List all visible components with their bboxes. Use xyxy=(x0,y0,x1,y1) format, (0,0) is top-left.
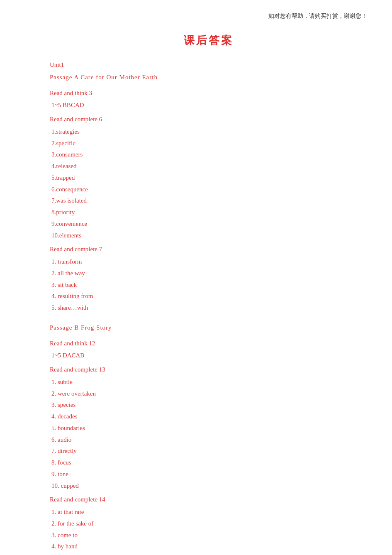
list-item: 3. come to xyxy=(50,530,367,541)
list-item: 8. focus xyxy=(50,457,367,469)
read-and-complete-13-label: Read and complete 13 xyxy=(50,364,367,376)
top-right-note: 如对您有帮助，请购买打赏，谢谢您！ xyxy=(268,12,367,20)
list-item: 9. tone xyxy=(50,469,367,480)
read-and-think-12-answers: 1~5 DACAB xyxy=(50,350,367,362)
list-item: 2. all the way xyxy=(50,268,367,279)
list-item: 3. species xyxy=(50,399,367,411)
list-item: 5. boundaries xyxy=(50,423,367,434)
list-item: 10.elements xyxy=(50,230,367,242)
list-item: 9.convenience xyxy=(50,218,367,230)
list-item: 4. decades xyxy=(50,411,367,423)
page: 如对您有帮助，请购买打赏，谢谢您！ 课后答案 Unit1 Passage A C… xyxy=(0,0,392,555)
list-item: 10. cupped xyxy=(50,480,367,492)
list-item: 1. subtle xyxy=(50,377,367,388)
list-item: 6. audio xyxy=(50,434,367,446)
list-item: 1.strategies xyxy=(50,126,367,138)
passageB-section: Passage B Frog Story xyxy=(50,322,367,334)
page-title: 课后答案 xyxy=(50,33,367,48)
unit1-text: Unit1 xyxy=(50,59,367,71)
read-and-think-3-section: Read and think 3 1~5 BBCAD xyxy=(50,88,367,112)
list-item: 6.consequence xyxy=(50,184,367,196)
read-and-think-3-label: Read and think 3 xyxy=(50,88,367,99)
read-and-complete-13-section: Read and complete 13 1. subtle2. were ov… xyxy=(50,364,367,491)
list-item: 7. directly xyxy=(50,445,367,457)
read-and-complete-7-label: Read and complete 7 xyxy=(50,244,367,255)
read-and-complete-14-label: Read and complete 14 xyxy=(50,494,367,506)
list-item: 5.trapped xyxy=(50,172,367,184)
list-item: 4.released xyxy=(50,161,367,172)
passageA-label: Passage A Care for Our Mother Earth xyxy=(50,72,367,83)
list-item: 2. for the sake of xyxy=(50,518,367,530)
list-item: 5. share…with xyxy=(50,302,367,314)
list-item: 4. by hand xyxy=(50,541,367,553)
passageB-label: Passage B Frog Story xyxy=(50,322,367,334)
list-item: 1. at that rate xyxy=(50,506,367,518)
read-and-think-12-label: Read and think 12 xyxy=(50,338,367,350)
read-and-complete-13-items: 1. subtle2. were overtaken3. species4. d… xyxy=(50,377,367,492)
list-item: 2. were overtaken xyxy=(50,388,367,400)
read-and-complete-7-items: 1. transform2. all the way3. sit back4. … xyxy=(50,256,367,314)
list-item: 3. sit back xyxy=(50,279,367,291)
read-and-complete-14-section: Read and complete 14 1. at that rate2. f… xyxy=(50,494,367,553)
read-and-complete-6-label: Read and complete 6 xyxy=(50,114,367,125)
read-and-think-12-section: Read and think 12 1~5 DACAB xyxy=(50,338,367,362)
list-item: 8.priority xyxy=(50,207,367,218)
list-item: 3.consumers xyxy=(50,149,367,161)
unit1-label: Unit1 Passage A Care for Our Mother Eart… xyxy=(50,59,367,83)
read-and-complete-6-items: 1.strategies2.specific3.consumers4.relea… xyxy=(50,126,367,242)
list-item: 2.specific xyxy=(50,138,367,149)
read-and-complete-14-items: 1. at that rate2. for the sake of3. come… xyxy=(50,506,367,553)
read-and-think-3-answers: 1~5 BBCAD xyxy=(50,100,367,111)
list-item: 4. resulting from xyxy=(50,291,367,302)
list-item: 1. transform xyxy=(50,256,367,268)
list-item: 7.was isolated xyxy=(50,195,367,207)
read-and-complete-6-section: Read and complete 6 1.strategies2.specif… xyxy=(50,114,367,241)
read-and-complete-7-section: Read and complete 7 1. transform2. all t… xyxy=(50,244,367,314)
